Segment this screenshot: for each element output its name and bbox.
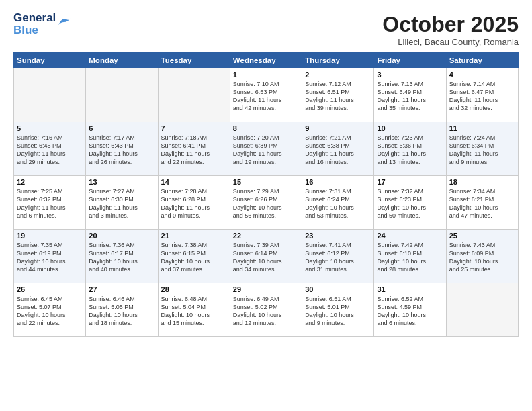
day-number: 10 [377,124,443,132]
day-number: 12 [17,178,83,186]
title-area: October 2025 Lilieci, Bacau County, Roma… [382,12,519,47]
day-info: Sunrise: 7:12 AM Sunset: 6:51 PM Dayligh… [305,80,371,113]
day-number: 2 [305,71,371,79]
header-saturday: Saturday [446,53,518,68]
logo: General Blue [13,12,72,36]
table-row: 19Sunrise: 7:35 AM Sunset: 6:19 PM Dayli… [14,230,86,283]
day-info: Sunrise: 7:20 AM Sunset: 6:39 PM Dayligh… [233,134,299,167]
table-row: 5Sunrise: 7:16 AM Sunset: 6:45 PM Daylig… [14,122,86,176]
day-info: Sunrise: 6:46 AM Sunset: 5:05 PM Dayligh… [89,295,154,328]
day-number: 8 [233,124,299,132]
day-number: 19 [17,232,83,240]
table-row: 6Sunrise: 7:17 AM Sunset: 6:43 PM Daylig… [86,122,158,176]
day-info: Sunrise: 7:27 AM Sunset: 6:30 PM Dayligh… [89,187,154,220]
day-number: 26 [17,285,83,293]
day-number: 29 [233,285,299,293]
day-number: 5 [17,124,83,132]
day-number: 9 [305,124,371,132]
table-row: 27Sunrise: 6:46 AM Sunset: 5:05 PM Dayli… [86,283,158,337]
day-number: 13 [89,178,154,186]
day-number: 21 [161,232,227,240]
table-row [86,68,158,122]
table-row: 8Sunrise: 7:20 AM Sunset: 6:39 PM Daylig… [230,122,302,176]
day-number: 6 [89,124,154,132]
day-info: Sunrise: 7:28 AM Sunset: 6:28 PM Dayligh… [161,187,227,220]
header-thursday: Thursday [302,53,374,68]
day-number: 25 [449,232,515,240]
calendar-week-row: 19Sunrise: 7:35 AM Sunset: 6:19 PM Dayli… [14,230,519,283]
day-info: Sunrise: 7:29 AM Sunset: 6:26 PM Dayligh… [233,187,299,220]
day-number: 7 [161,124,227,132]
day-info: Sunrise: 6:52 AM Sunset: 4:59 PM Dayligh… [377,295,443,328]
table-row: 9Sunrise: 7:21 AM Sunset: 6:38 PM Daylig… [302,122,374,176]
table-row: 24Sunrise: 7:42 AM Sunset: 6:10 PM Dayli… [374,230,446,283]
table-row [158,68,230,122]
header-wednesday: Wednesday [230,53,302,68]
table-row: 28Sunrise: 6:48 AM Sunset: 5:04 PM Dayli… [158,283,230,337]
day-info: Sunrise: 6:48 AM Sunset: 5:04 PM Dayligh… [161,295,227,328]
day-number: 20 [89,232,154,240]
table-row [14,68,86,122]
header: General Blue October 2025 Lilieci, Bacau… [13,12,519,47]
day-number: 18 [449,178,515,186]
table-row: 30Sunrise: 6:51 AM Sunset: 5:01 PM Dayli… [302,283,374,337]
table-row: 17Sunrise: 7:32 AM Sunset: 6:23 PM Dayli… [374,176,446,230]
calendar-table: Sunday Monday Tuesday Wednesday Thursday… [13,52,519,337]
location-subtitle: Lilieci, Bacau County, Romania [382,37,519,47]
table-row: 26Sunrise: 6:45 AM Sunset: 5:07 PM Dayli… [14,283,86,337]
table-row: 7Sunrise: 7:18 AM Sunset: 6:41 PM Daylig… [158,122,230,176]
day-info: Sunrise: 7:31 AM Sunset: 6:24 PM Dayligh… [305,187,371,220]
table-row: 20Sunrise: 7:36 AM Sunset: 6:17 PM Dayli… [86,230,158,283]
table-row: 16Sunrise: 7:31 AM Sunset: 6:24 PM Dayli… [302,176,374,230]
day-info: Sunrise: 7:24 AM Sunset: 6:34 PM Dayligh… [449,134,515,167]
logo-bird-icon [57,15,72,28]
day-info: Sunrise: 7:39 AM Sunset: 6:14 PM Dayligh… [233,241,299,274]
day-info: Sunrise: 7:16 AM Sunset: 6:45 PM Dayligh… [17,134,83,167]
day-number: 14 [161,178,227,186]
logo-line1: General [13,12,56,24]
day-info: Sunrise: 7:32 AM Sunset: 6:23 PM Dayligh… [377,187,443,220]
header-friday: Friday [374,53,446,68]
table-row: 18Sunrise: 7:34 AM Sunset: 6:21 PM Dayli… [446,176,518,230]
table-row: 14Sunrise: 7:28 AM Sunset: 6:28 PM Dayli… [158,176,230,230]
header-tuesday: Tuesday [158,53,230,68]
day-info: Sunrise: 7:36 AM Sunset: 6:17 PM Dayligh… [89,241,154,274]
table-row: 10Sunrise: 7:23 AM Sunset: 6:36 PM Dayli… [374,122,446,176]
table-row: 4Sunrise: 7:14 AM Sunset: 6:47 PM Daylig… [446,68,518,122]
calendar-week-row: 1Sunrise: 7:10 AM Sunset: 6:53 PM Daylig… [14,68,519,122]
table-row [446,283,518,337]
calendar-week-row: 5Sunrise: 7:16 AM Sunset: 6:45 PM Daylig… [14,122,519,176]
day-info: Sunrise: 7:42 AM Sunset: 6:10 PM Dayligh… [377,241,443,274]
day-info: Sunrise: 7:23 AM Sunset: 6:36 PM Dayligh… [377,134,443,167]
day-info: Sunrise: 6:45 AM Sunset: 5:07 PM Dayligh… [17,295,83,328]
header-sunday: Sunday [14,53,86,68]
day-number: 22 [233,232,299,240]
day-info: Sunrise: 7:41 AM Sunset: 6:12 PM Dayligh… [305,241,371,274]
logo-line2: Blue [13,24,56,36]
calendar-week-row: 26Sunrise: 6:45 AM Sunset: 5:07 PM Dayli… [14,283,519,337]
day-number: 28 [161,285,227,293]
weekday-header-row: Sunday Monday Tuesday Wednesday Thursday… [14,53,519,68]
day-info: Sunrise: 7:18 AM Sunset: 6:41 PM Dayligh… [161,134,227,167]
table-row: 13Sunrise: 7:27 AM Sunset: 6:30 PM Dayli… [86,176,158,230]
day-number: 31 [377,285,443,293]
table-row: 2Sunrise: 7:12 AM Sunset: 6:51 PM Daylig… [302,68,374,122]
day-info: Sunrise: 7:13 AM Sunset: 6:49 PM Dayligh… [377,80,443,113]
day-number: 27 [89,285,154,293]
table-row: 22Sunrise: 7:39 AM Sunset: 6:14 PM Dayli… [230,230,302,283]
table-row: 23Sunrise: 7:41 AM Sunset: 6:12 PM Dayli… [302,230,374,283]
day-number: 3 [377,71,443,79]
table-row: 1Sunrise: 7:10 AM Sunset: 6:53 PM Daylig… [230,68,302,122]
day-number: 4 [449,71,515,79]
day-number: 15 [233,178,299,186]
day-number: 24 [377,232,443,240]
day-number: 11 [449,124,515,132]
day-info: Sunrise: 7:14 AM Sunset: 6:47 PM Dayligh… [449,80,515,113]
day-number: 30 [305,285,371,293]
day-info: Sunrise: 7:43 AM Sunset: 6:09 PM Dayligh… [449,241,515,274]
day-info: Sunrise: 7:10 AM Sunset: 6:53 PM Dayligh… [233,80,299,113]
table-row: 25Sunrise: 7:43 AM Sunset: 6:09 PM Dayli… [446,230,518,283]
day-number: 17 [377,178,443,186]
table-row: 15Sunrise: 7:29 AM Sunset: 6:26 PM Dayli… [230,176,302,230]
calendar-week-row: 12Sunrise: 7:25 AM Sunset: 6:32 PM Dayli… [14,176,519,230]
